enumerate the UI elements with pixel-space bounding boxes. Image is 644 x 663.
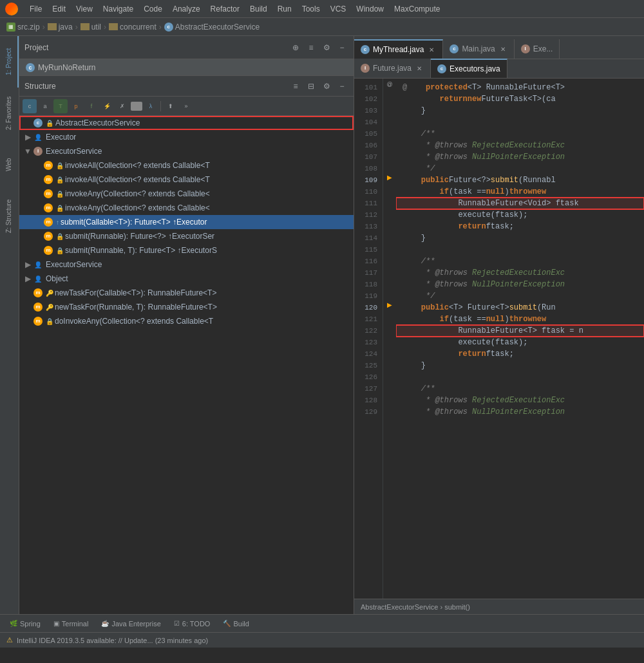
menu-navigate[interactable]: Navigate <box>98 5 138 14</box>
structure-close-btn[interactable]: − <box>336 80 348 93</box>
sidebar-vtab-web[interactable]: Web <box>0 139 19 191</box>
tab-mythread[interactable]: c MyThread.java ✕ <box>354 39 443 59</box>
tree-item-invokeany2[interactable]: m 🔒 invokeAny(Collection<? extends Calla… <box>19 201 354 215</box>
linenum-123: 123 <box>354 337 383 348</box>
bottom-tab-spring[interactable]: 🌿 Spring <box>3 616 47 631</box>
code-content: @ protected <T> RunnableFuture<T> return… <box>396 79 644 599</box>
tree-item-doinvokeany[interactable]: m 🔒 doInvokeAny(Collection<? extends Cal… <box>19 314 354 328</box>
code-line-112: execute(ftask); <box>396 209 644 221</box>
tab-close-main[interactable]: ✕ <box>498 44 507 53</box>
linenum-104: 104 <box>354 117 383 128</box>
panel-expand-btn[interactable]: ≡ <box>305 41 317 54</box>
breadcrumb-class[interactable]: AbstractExecutorService <box>175 23 260 32</box>
bottom-tab-build[interactable]: 🔨 Build <box>216 616 255 631</box>
menu-build[interactable]: Build <box>245 5 272 14</box>
toolbar-btn-6[interactable]: ⚡ <box>100 99 114 113</box>
tab-main[interactable]: c Main.java ✕ <box>443 39 514 59</box>
panel-close-btn[interactable]: − <box>336 41 348 54</box>
bottom-tab-todo[interactable]: ☑ 6: TODO <box>167 616 217 631</box>
breadcrumb-bar: ▦ src.zip › java › util › concurrent › c… <box>0 18 644 36</box>
lock-icon-6: 🔒 <box>56 247 64 254</box>
tree-label-doinvokeany: doInvokeAny(Collection<? extends Callabl… <box>55 317 213 326</box>
tree-label-object: Object <box>46 274 68 283</box>
menu-run[interactable]: Run <box>272 5 297 14</box>
menu-refactor[interactable]: Refactor <box>205 5 245 14</box>
tree-label-executorservice: ExecutorService <box>46 147 102 156</box>
menu-window[interactable]: Window <box>351 5 389 14</box>
bottom-tab-build-label: Build <box>233 620 249 628</box>
gutter-125 <box>383 357 396 368</box>
menu-tools[interactable]: Tools <box>297 5 325 14</box>
breadcrumb-src[interactable]: src.zip <box>17 23 40 32</box>
tree-item-invokeall2[interactable]: m 🔒 invokeAll(Collection<? extends Calla… <box>19 173 354 187</box>
sidebar-vtab-favorites[interactable]: 2: Favorites <box>0 88 19 139</box>
tab-future[interactable]: I Future.java ✕ <box>354 59 431 78</box>
gutter-105 <box>383 125 396 136</box>
toolbar-btn-3[interactable]: T <box>53 99 68 113</box>
tree-item-object[interactable]: ▶ 👤 Object <box>19 272 354 286</box>
code-line-106: * @throws RejectedExecutionExc <box>396 140 644 151</box>
breadcrumb-java[interactable]: java <box>59 23 73 32</box>
tree-item-executor[interactable]: ▶ 👤 Executor <box>19 130 354 144</box>
menu-file[interactable]: File <box>24 5 47 14</box>
breadcrumb-concurrent[interactable]: concurrent <box>120 23 156 32</box>
panel-settings-btn[interactable]: ⚙ <box>320 41 333 54</box>
menu-maxcompute[interactable]: MaxCompute <box>389 5 445 14</box>
toolbar-btn-8[interactable] <box>131 102 142 111</box>
key-icon-2: 🔑 <box>46 304 53 311</box>
tab-close-mythread[interactable]: ✕ <box>427 45 436 54</box>
structure-settings-btn[interactable]: ⚙ <box>320 80 333 93</box>
bottom-tab-terminal[interactable]: ▣ Terminal <box>47 616 95 631</box>
toolbar-btn-4[interactable]: p <box>69 99 83 113</box>
tree-item-newtaskfor-callable[interactable]: m 🔑 newTaskFor(Callable<T>): RunnableFut… <box>19 286 354 300</box>
toolbar-btn-10[interactable]: ⬆ <box>164 99 178 113</box>
gutter-104 <box>383 113 396 125</box>
sidebar-vtab-structure[interactable]: Z: Structure <box>0 191 19 242</box>
tree-item-executorservice2[interactable]: ▶ 👤 ExecutorService <box>19 257 354 272</box>
toolbar-btn-9[interactable]: λ <box>144 99 158 113</box>
tree-item-submit-runnable-t[interactable]: m 🔒 submit(Runnable, T): Future<T> ↑Exec… <box>19 243 354 257</box>
tree-item-executorservice[interactable]: ▼ I ExecutorService <box>19 144 354 158</box>
toolbar-btn-more[interactable]: » <box>179 99 193 113</box>
tree-label-invokeany1: invokeAny(Collection<? extends Callable< <box>65 189 210 198</box>
structure-expand-btn[interactable]: ⊟ <box>305 80 317 93</box>
method-icon-submit-runnable-t: m <box>43 245 53 256</box>
tree-item-invokeall1[interactable]: m 🔒 invokeAll(Collection<? extends Calla… <box>19 158 354 173</box>
toolbar-btn-1[interactable]: c <box>23 99 37 113</box>
menu-code[interactable]: Code <box>138 5 167 14</box>
menu-analyze[interactable]: Analyze <box>167 5 205 14</box>
toolbar-btn-2[interactable]: a <box>38 99 52 113</box>
panel-locate-btn[interactable]: ⊕ <box>289 41 302 54</box>
code-line-103: } <box>396 105 644 117</box>
gutter-117 <box>383 264 396 275</box>
tree-item-newtaskfor-runnable[interactable]: m 🔑 newTaskFor(Runnable, T): RunnableFut… <box>19 300 354 314</box>
bottom-tab-java-enterprise[interactable]: ☕ Java Enterprise <box>95 616 167 631</box>
menu-edit[interactable]: Edit <box>47 5 71 14</box>
tree-item-invokeany1[interactable]: m 🔒 invokeAny(Collection<? extends Calla… <box>19 187 354 201</box>
notification-text: IntelliJ IDEA 2019.3.5 available: // Upd… <box>17 637 208 644</box>
tree-label-newtaskfor-runnable: newTaskFor(Runnable, T): RunnableFuture<… <box>55 303 217 312</box>
tree-item-abstractexecutorservice[interactable]: c 🔒 AbstractExecutorService <box>19 116 354 130</box>
tab-exe[interactable]: I Exe... <box>515 39 560 59</box>
menu-view[interactable]: View <box>71 5 98 14</box>
sidebar-vtab-project[interactable]: 1: Project <box>0 36 19 88</box>
active-file-name: MyRunNoReturn <box>38 63 95 72</box>
structure-sort-btn[interactable]: ≡ <box>289 80 302 93</box>
tree-label-executor: Executor <box>46 133 76 142</box>
tree-item-submit-runnable[interactable]: m 🔒 submit(Runnable): Future<?> ↑Executo… <box>19 229 354 243</box>
right-panel: c MyThread.java ✕ c Main.java ✕ I Exe...… <box>354 36 644 614</box>
code-line-120: public <T> Future<T> submit(Run <box>396 302 644 313</box>
linenum-111: 111 <box>354 198 383 209</box>
tab-close-future[interactable]: ✕ <box>415 64 424 73</box>
method-icon-submit-runnable: m <box>43 231 53 241</box>
breadcrumb-util[interactable]: util <box>91 23 101 32</box>
tree-item-submit-callable[interactable]: m ↑ submit(Callable<T>): Future<T> ↑Exec… <box>19 215 354 229</box>
tree-label-invokeall2: invokeAll(Collection<? extends Callable<… <box>65 175 210 184</box>
code-line-105: /** <box>396 128 644 140</box>
gutter-129 <box>383 403 396 415</box>
menu-vcs[interactable]: VCS <box>325 5 352 14</box>
tab-executors[interactable]: c Executors.java <box>431 59 507 78</box>
toolbar-btn-7[interactable]: ✗ <box>115 99 129 113</box>
toolbar-btn-5[interactable]: f <box>84 99 99 113</box>
class-icon-object: 👤 <box>33 274 43 284</box>
